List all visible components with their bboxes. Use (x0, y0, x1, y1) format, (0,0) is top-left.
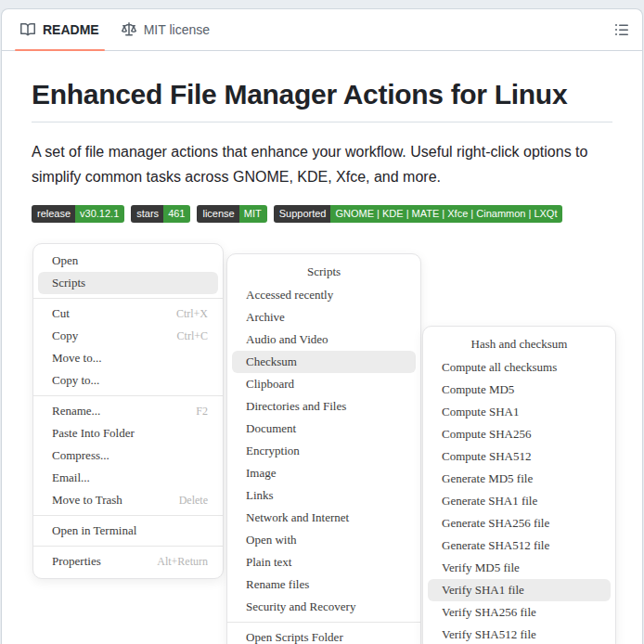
menu-item-label: Compute SHA512 (442, 449, 600, 464)
submenu-chevron (396, 535, 406, 546)
chevron-right-icon (396, 380, 406, 390)
menu-item[interactable]: Plain text (227, 551, 420, 573)
menu-item[interactable]: Move to TrashDelete (33, 489, 223, 511)
menu-item-label: Directories and Files (246, 399, 385, 414)
menu-item-label: Rename... (52, 404, 185, 419)
submenu-chevron (396, 558, 406, 568)
menu-item[interactable]: Verify SHA512 file (423, 624, 615, 644)
menu-item[interactable]: Generate SHA512 file (423, 535, 615, 557)
submenu-chevron (396, 513, 406, 523)
outline-button[interactable] (609, 17, 635, 43)
menu-item-label: Paste Into Folder (52, 426, 208, 441)
menu-item[interactable]: Generate SHA1 file (423, 490, 615, 512)
menu-item-label: Rename files (246, 577, 385, 592)
menu-item-label: Generate MD5 file (442, 471, 600, 486)
tab-mit-license-label: MIT license (144, 22, 210, 37)
back-button[interactable] (437, 340, 446, 350)
tab-readme[interactable]: README (9, 9, 110, 50)
menu-item[interactable]: Accessed recently (227, 284, 420, 306)
menu-divider (33, 395, 223, 396)
menu-item-shortcut: Alt+Return (157, 555, 208, 569)
menu-item-label: Clipboard (246, 377, 385, 392)
menu-item[interactable]: Generate MD5 file (423, 468, 615, 490)
menu-item[interactable]: Audio and Video (227, 328, 420, 351)
menu-divider (33, 515, 223, 516)
menu-item[interactable]: Verify SHA1 file (428, 579, 611, 601)
menu-item[interactable]: Document (227, 418, 420, 440)
menu-item-label: Open (52, 253, 187, 268)
menu-item-label: Open Scripts Folder (246, 630, 406, 644)
menu-item[interactable]: Checksum (232, 351, 416, 373)
menu-item[interactable]: Compute MD5 (423, 379, 615, 401)
menu-item[interactable]: Move to... (33, 347, 223, 369)
menu-item[interactable]: Copy to... (33, 369, 223, 392)
submenu-chevron (199, 278, 208, 289)
menu-item[interactable]: Image (227, 462, 420, 484)
menu-item-label: Move to... (52, 351, 208, 366)
badge-release: releasev30.12.1 (32, 205, 124, 223)
menu-item[interactable]: Scripts (38, 272, 218, 294)
menu-item-label: Compute MD5 (442, 382, 600, 397)
menu-item[interactable]: PropertiesAlt+Return (33, 550, 223, 573)
menu-item[interactable]: Links (227, 484, 420, 507)
list-unordered-icon (614, 22, 629, 37)
menu-item[interactable]: Generate SHA256 file (423, 512, 615, 535)
menu-item[interactable]: Rename...F2 (33, 400, 223, 422)
menu-item[interactable]: Verify SHA256 file (423, 601, 615, 624)
context-menu: OpenScriptsCutCtrl+XCopyCtrl+CMove to...… (32, 243, 224, 579)
menu-item[interactable]: Verify MD5 file (423, 557, 615, 579)
tab-mit-license[interactable]: MIT license (110, 9, 221, 50)
badge-value: MIT (239, 205, 267, 223)
menu-item-shortcut: F2 (196, 405, 208, 419)
submenu-header: Scripts (227, 260, 420, 284)
readme-tabbar: README MIT license (2, 9, 642, 51)
menu-item-label: Network and Internet (246, 510, 385, 525)
menu-item[interactable]: Compute SHA256 (423, 423, 615, 445)
menu-item-label: Document (246, 421, 385, 436)
tab-readme-label: README (43, 22, 99, 37)
readme-content: Enhanced File Manager Actions for Linux … (2, 79, 642, 223)
menu-item[interactable]: CopyCtrl+C (33, 325, 223, 347)
readme-panel: README MIT license Enhanced File Manager… (1, 8, 643, 644)
menu-item[interactable]: Email... (33, 467, 223, 489)
badge-label: release (32, 205, 75, 223)
menu-item[interactable]: Compress... (33, 444, 223, 467)
submenu-title: Scripts (307, 264, 341, 279)
chevron-right-icon (396, 558, 406, 568)
menu-item-label: Cut (52, 306, 165, 321)
chevron-right-icon (199, 278, 208, 289)
menu-item-label: Compute SHA1 (442, 405, 600, 419)
menu-item[interactable]: Compute SHA1 (423, 401, 615, 423)
menu-item[interactable]: Paste Into Folder (33, 422, 223, 444)
menu-item[interactable]: Encryption (227, 440, 420, 462)
chevron-right-icon (396, 491, 406, 501)
menu-item-label: Compute all checksums (442, 360, 600, 375)
chevron-right-icon (396, 402, 406, 412)
menu-item[interactable]: Network and Internet (227, 507, 420, 529)
menu-item[interactable]: Open with (227, 529, 420, 551)
menu-item-label: Checksum (246, 354, 385, 369)
menu-item-label: Copy (52, 328, 166, 343)
menu-item-shortcut: Ctrl+X (176, 307, 208, 321)
menu-item[interactable]: Archive (227, 306, 420, 328)
back-button[interactable] (241, 267, 251, 277)
badge-value: 461 (163, 205, 190, 223)
menu-item-label: Move to Trash (52, 493, 168, 508)
menu-item[interactable]: Security and Recovery (227, 596, 420, 618)
menu-item[interactable]: Open Scripts Folder (227, 626, 420, 644)
menu-item[interactable]: Compute all checksums (423, 356, 615, 379)
menu-divider (33, 298, 223, 299)
badge-label: Supported (274, 205, 331, 223)
menu-item[interactable]: Compute SHA512 (423, 445, 615, 468)
menu-divider (33, 546, 223, 547)
menu-item[interactable]: Clipboard (227, 373, 420, 395)
badge-supported: SupportedGNOME | KDE | MATE | Xfce | Cin… (274, 205, 563, 223)
menu-item[interactable]: Directories and Files (227, 395, 420, 418)
menu-item[interactable]: Open (33, 250, 223, 272)
menu-item[interactable]: Rename files (227, 573, 420, 596)
menu-item[interactable]: Open in Terminal (33, 520, 223, 542)
submenu-chevron (396, 446, 406, 457)
menu-item-shortcut: Delete (179, 494, 208, 508)
badge-label: license (197, 205, 238, 223)
menu-item[interactable]: CutCtrl+X (33, 303, 223, 325)
